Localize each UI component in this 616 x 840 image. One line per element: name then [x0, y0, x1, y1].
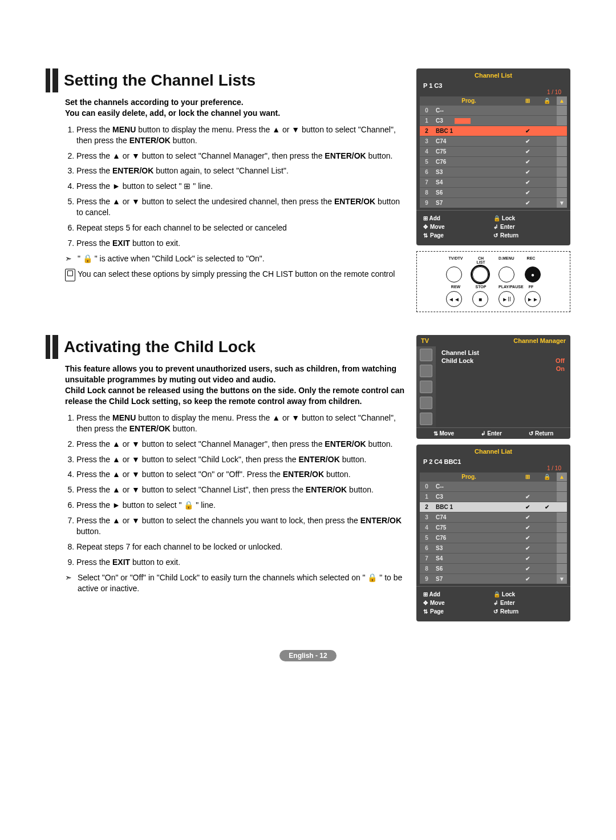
- section1-note-lock: " 🔒 " is active when "Child Lock" is sel…: [65, 253, 405, 264]
- enter-icon: ↲: [493, 600, 498, 606]
- osd1-f-add-text: ⊞ Add: [423, 215, 440, 221]
- channel-name: C74: [433, 136, 518, 147]
- menu-row[interactable]: On: [441, 365, 565, 373]
- channel-row[interactable]: 1C3: [420, 116, 567, 126]
- step-item: Press the ► button to select " ⊞ " line.: [76, 181, 405, 192]
- channel-num: 1: [420, 116, 433, 126]
- scroll-track[interactable]: [557, 157, 567, 167]
- channel-lock: [537, 492, 557, 502]
- menu-label: Child Lock: [441, 357, 473, 364]
- channel-row[interactable]: 5C76✔: [420, 157, 567, 167]
- scroll-up-icon[interactable]: ▲: [557, 472, 567, 482]
- osd1-title: Channel List: [420, 71, 567, 80]
- osd3-f-move-text: Move: [430, 600, 445, 606]
- page-number-text: English - 12: [279, 650, 336, 661]
- section-channel-lists: Setting the Channel Lists Set the channe…: [46, 68, 570, 312]
- section2-steps: Press the MENU button to display the men…: [65, 413, 405, 568]
- channel-name: C--: [433, 106, 518, 116]
- channel-num: 9: [420, 198, 433, 208]
- scroll-track[interactable]: [557, 492, 567, 502]
- menu-icon[interactable]: [420, 381, 432, 393]
- channel-add: ✔: [518, 512, 537, 523]
- osd1-f-enter: ↲Enter: [493, 224, 564, 230]
- menu-icon[interactable]: [420, 365, 432, 377]
- channel-num: 7: [420, 554, 433, 564]
- scroll-down-icon[interactable]: ▼: [557, 574, 567, 584]
- channel-row[interactable]: 0C--: [420, 106, 567, 116]
- osd2-tv: TV: [421, 337, 429, 344]
- remote-labels-row1: TV/DTVCH LISTD.MENUREC: [448, 256, 538, 264]
- channel-add: [518, 106, 537, 116]
- menu-icon[interactable]: [420, 349, 432, 361]
- scroll-track[interactable]: [557, 564, 567, 574]
- channel-row[interactable]: 2BBC 1✔: [420, 126, 567, 136]
- scroll-track[interactable]: [557, 543, 567, 554]
- scroll-track[interactable]: [557, 126, 567, 136]
- channel-row[interactable]: 0C--: [420, 482, 567, 492]
- remote-chlist-button[interactable]: [472, 266, 488, 282]
- osd3-footer: ⊞ Add 🔒 Lock ✥Move ↲Enter ⇅Page ↺Return: [420, 589, 567, 617]
- remote-play-button[interactable]: ►II: [499, 291, 514, 307]
- channel-row[interactable]: 7S4✔: [420, 177, 567, 188]
- scroll-track[interactable]: [557, 482, 567, 492]
- menu-icon[interactable]: [420, 397, 432, 409]
- step-item: Press the EXIT button to exit.: [76, 557, 405, 568]
- channel-row[interactable]: 6S3✔: [420, 167, 567, 177]
- channel-row[interactable]: 3C74✔: [420, 136, 567, 147]
- osd2-title: Channel Manager: [513, 337, 566, 344]
- channel-name: S3: [433, 543, 518, 554]
- channel-num: 8: [420, 188, 433, 198]
- scroll-track[interactable]: [557, 554, 567, 564]
- remote-ff-button[interactable]: ►►: [525, 291, 541, 307]
- channel-num: 0: [420, 106, 433, 116]
- channel-row[interactable]: 6S3✔: [420, 543, 567, 554]
- step-item: Press the ▲ or ▼ button to select the ch…: [76, 515, 405, 537]
- channel-row[interactable]: 3C74✔: [420, 512, 567, 523]
- scroll-track[interactable]: [557, 502, 567, 512]
- channel-num: 6: [420, 167, 433, 177]
- channel-row[interactable]: 8S6✔: [420, 188, 567, 198]
- channel-row[interactable]: 7S4✔: [420, 554, 567, 564]
- menu-label: Channel List: [441, 349, 479, 356]
- scroll-track[interactable]: [557, 512, 567, 523]
- channel-row[interactable]: 9S7✔▼: [420, 574, 567, 584]
- channel-row[interactable]: 2BBC 1✔✔: [420, 502, 567, 512]
- scroll-track[interactable]: [557, 136, 567, 147]
- channel-row[interactable]: 8S6✔: [420, 564, 567, 574]
- channel-row[interactable]: 9S7✔▼: [420, 198, 567, 208]
- osd3-h-add: ⊞: [518, 472, 537, 482]
- osd3-f-lock-text: 🔒 Lock: [493, 591, 515, 597]
- channel-row[interactable]: 1C3✔: [420, 492, 567, 502]
- menu-row[interactable]: Child LockOff: [441, 357, 565, 365]
- menu-icon[interactable]: [420, 413, 432, 425]
- scroll-track[interactable]: [557, 533, 567, 543]
- osd3-table: Prog. ⊞ 🔒 ▲ 0C--1C3✔2BBC 1✔✔3C74✔4C75✔5C…: [420, 472, 567, 584]
- scroll-track[interactable]: [557, 188, 567, 198]
- step-item: Repeat steps 5 for each channel to be se…: [76, 223, 405, 233]
- remote-rew-button[interactable]: ◄◄: [446, 291, 462, 307]
- remote-stop-button[interactable]: ■: [472, 291, 488, 307]
- osd2-iconcol: [416, 346, 436, 427]
- scroll-track[interactable]: [557, 523, 567, 533]
- remote-dmenu-button[interactable]: [499, 266, 514, 282]
- section2-graphics: TV Channel Manager Channel ListChild Loc…: [416, 335, 570, 627]
- scroll-track[interactable]: [557, 116, 567, 126]
- channel-row[interactable]: 4C75✔: [420, 147, 567, 157]
- channel-lock: [537, 482, 557, 492]
- channel-row[interactable]: 4C75✔: [420, 523, 567, 533]
- scroll-track[interactable]: [557, 167, 567, 177]
- scroll-track[interactable]: [557, 177, 567, 188]
- remote-tvdtv-button[interactable]: [446, 266, 462, 282]
- step-item: Press the ENTER/OK button again, to sele…: [76, 165, 405, 176]
- channel-row[interactable]: 5C76✔: [420, 533, 567, 543]
- osd3-h-prog: Prog.: [420, 472, 518, 482]
- menu-row[interactable]: Channel List: [441, 349, 565, 357]
- osd-channel-list-2: Channel Liat P 2 C4 BBC1 1 / 10 Prog. ⊞ …: [416, 445, 570, 621]
- scroll-up-icon[interactable]: ▲: [557, 96, 567, 106]
- remote-rec-button[interactable]: ●: [525, 266, 541, 282]
- channel-add: ✔: [518, 533, 537, 543]
- scroll-down-icon[interactable]: ▼: [557, 198, 567, 208]
- scroll-track[interactable]: [557, 106, 567, 116]
- enter-icon: ↲: [493, 224, 498, 230]
- scroll-track[interactable]: [557, 147, 567, 157]
